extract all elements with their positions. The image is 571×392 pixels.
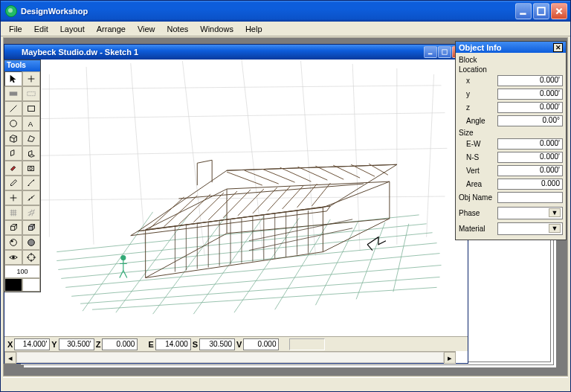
lbl-material: Material bbox=[459, 225, 497, 233]
app-window: DesignWorkshop File Edit Layout Arrange … bbox=[0, 0, 571, 392]
tool-extrude1[interactable] bbox=[4, 146, 22, 161]
menu-arrange[interactable]: Arrange bbox=[91, 23, 131, 35]
tool-snap2[interactable] bbox=[22, 190, 40, 205]
menu-edit[interactable]: Edit bbox=[29, 23, 54, 35]
menu-notes[interactable]: Notes bbox=[162, 23, 194, 35]
tool-box[interactable] bbox=[4, 131, 22, 146]
tools-palette[interactable]: Tools A bbox=[4, 60, 41, 292]
val-ns[interactable]: 0.000' bbox=[497, 152, 563, 163]
svg-line-4 bbox=[10, 106, 17, 112]
menu-view[interactable]: View bbox=[132, 23, 161, 35]
document-titlebar[interactable]: Maybeck Studio.dw - Sketch 1 bbox=[4, 45, 468, 60]
tool-zoom-value[interactable]: 100 bbox=[4, 265, 40, 278]
menu-layout[interactable]: Layout bbox=[55, 23, 90, 35]
doc-minimize-button[interactable] bbox=[424, 46, 437, 58]
val-objname[interactable] bbox=[497, 192, 563, 203]
coord-x-label: X bbox=[7, 340, 13, 349]
svg-rect-16 bbox=[442, 50, 447, 54]
tool-extrude2[interactable] bbox=[22, 146, 40, 161]
val-area[interactable]: 0.000 bbox=[497, 179, 563, 190]
svg-point-9 bbox=[30, 167, 33, 170]
val-y[interactable]: 0.000' bbox=[497, 89, 563, 100]
doc-maximize-button[interactable] bbox=[438, 46, 451, 58]
coord-extra bbox=[289, 338, 325, 350]
scroll-left-button[interactable]: ◂ bbox=[4, 352, 16, 364]
coord-x[interactable]: 14.000' bbox=[14, 338, 50, 350]
lbl-ns: N-S bbox=[459, 153, 497, 161]
svg-point-10 bbox=[10, 240, 17, 246]
objinfo-size-header: Size bbox=[459, 127, 563, 137]
coord-v[interactable]: 0.000 bbox=[243, 338, 279, 350]
tool-circle[interactable] bbox=[4, 116, 22, 131]
doc-horizontal-scrollbar[interactable]: ◂ ▸ bbox=[4, 351, 456, 363]
tool-select[interactable] bbox=[4, 71, 22, 86]
tool-rect[interactable] bbox=[22, 101, 40, 116]
tool-text[interactable]: A bbox=[22, 116, 40, 131]
app-icon bbox=[5, 5, 17, 17]
close-button[interactable] bbox=[551, 3, 567, 19]
tool-render2[interactable] bbox=[22, 235, 40, 250]
object-info-close-button[interactable]: ✕ bbox=[553, 43, 563, 52]
tool-target[interactable] bbox=[22, 250, 40, 265]
tool-grid1[interactable] bbox=[4, 205, 22, 220]
coord-z[interactable]: 0.000 bbox=[102, 338, 138, 350]
tool-render1[interactable] bbox=[4, 235, 22, 250]
val-ew[interactable]: 0.000' bbox=[497, 138, 563, 150]
tool-measure[interactable] bbox=[22, 176, 40, 190]
scroll-right-button[interactable]: ▸ bbox=[444, 352, 456, 364]
object-info-title: Object Info bbox=[459, 43, 501, 52]
menu-help[interactable]: Help bbox=[240, 23, 268, 35]
select-material[interactable] bbox=[497, 222, 563, 235]
app-titlebar[interactable]: DesignWorkshop bbox=[1, 1, 570, 22]
val-z[interactable]: 0.000' bbox=[497, 102, 563, 113]
objinfo-location-header: Location bbox=[459, 64, 563, 74]
lbl-vert: Vert bbox=[459, 167, 497, 175]
svg-rect-1 bbox=[538, 7, 545, 15]
coord-v-label: V bbox=[236, 340, 242, 349]
tool-camera[interactable] bbox=[22, 161, 40, 176]
val-vert[interactable]: 0.000' bbox=[497, 165, 563, 176]
menu-windows[interactable]: Windows bbox=[195, 23, 239, 35]
lbl-objname: Obj Name bbox=[459, 193, 497, 202]
tool-cube2[interactable] bbox=[22, 220, 40, 235]
coordinate-bar: X 14.000' Y 30.500' Z 0.000 E 14.000 S 3… bbox=[4, 336, 468, 351]
val-x[interactable]: 0.000' bbox=[497, 75, 563, 86]
tool-eyedrop[interactable] bbox=[4, 176, 22, 190]
viewport-3d[interactable] bbox=[4, 60, 468, 336]
coord-y[interactable]: 30.500' bbox=[59, 338, 94, 350]
select-phase[interactable] bbox=[497, 207, 563, 219]
tool-color-swatches[interactable] bbox=[4, 278, 40, 292]
document-title: Maybeck Studio.dw - Sketch 1 bbox=[22, 48, 424, 57]
scroll-track[interactable] bbox=[16, 352, 444, 363]
val-angle[interactable]: 0.00° bbox=[497, 115, 563, 126]
tool-poly[interactable] bbox=[22, 131, 40, 146]
lbl-area: Area bbox=[459, 180, 497, 188]
lbl-angle: Angle bbox=[459, 117, 497, 125]
tools-title[interactable]: Tools bbox=[4, 60, 40, 71]
tool-paint[interactable] bbox=[4, 161, 22, 176]
svg-point-13 bbox=[12, 256, 15, 259]
tool-snap1[interactable] bbox=[4, 190, 22, 205]
svg-point-12 bbox=[28, 240, 35, 246]
coord-s[interactable]: 30.500 bbox=[199, 338, 235, 350]
tool-hatch1[interactable] bbox=[4, 86, 22, 101]
svg-rect-15 bbox=[428, 54, 433, 55]
lbl-y: y bbox=[459, 90, 497, 98]
coord-z-label: Z bbox=[96, 340, 101, 349]
menu-file[interactable]: File bbox=[4, 23, 28, 35]
tool-grid2[interactable] bbox=[22, 205, 40, 220]
minimize-button[interactable] bbox=[515, 3, 532, 19]
object-info-titlebar[interactable]: Object Info ✕ bbox=[456, 42, 566, 53]
app-title: DesignWorkshop bbox=[21, 7, 515, 16]
tool-eye[interactable] bbox=[4, 250, 22, 265]
tool-line[interactable] bbox=[4, 101, 22, 116]
menubar: File Edit Layout Arrange View Notes Wind… bbox=[1, 22, 570, 36]
object-info-palette[interactable]: Object Info ✕ Block Location x0.000' y0.… bbox=[455, 41, 567, 240]
tool-cube1[interactable] bbox=[4, 220, 22, 235]
document-window: Maybeck Studio.dw - Sketch 1 bbox=[4, 44, 468, 364]
tool-hatch2[interactable] bbox=[22, 86, 40, 101]
coord-e[interactable]: 14.000 bbox=[155, 338, 191, 350]
coord-y-label: Y bbox=[51, 340, 57, 349]
tool-add[interactable] bbox=[22, 71, 40, 86]
maximize-button[interactable] bbox=[533, 3, 549, 19]
